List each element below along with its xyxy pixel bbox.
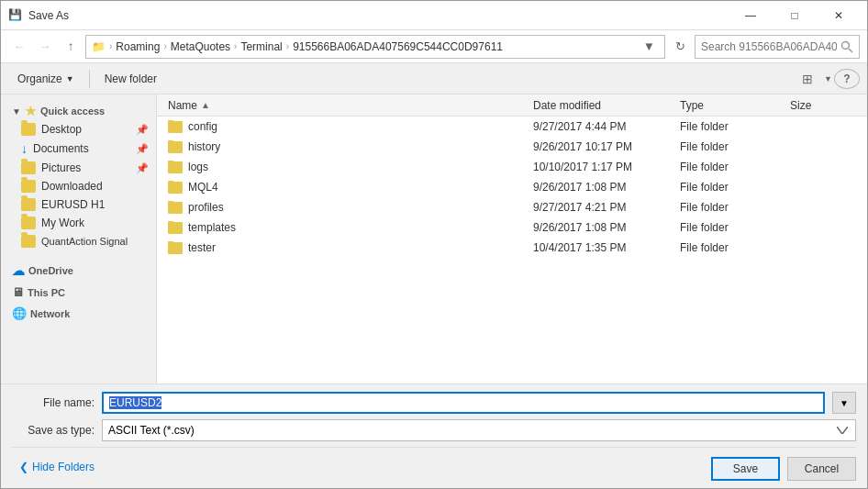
header-type[interactable]: Type <box>676 99 786 112</box>
file-name-cell: config <box>164 120 529 133</box>
cancel-button[interactable]: Cancel <box>787 457 856 481</box>
bottom-panel: File name: ▼ Save as type: ASCII Text (*… <box>1 383 867 488</box>
refresh-button[interactable]: ↻ <box>669 36 691 58</box>
folder-icon <box>168 121 183 133</box>
filename-label: File name: <box>12 396 95 409</box>
file-list-header: Name ▲ Date modified Type Size <box>157 94 867 117</box>
file-type-cell: File folder <box>676 241 786 254</box>
sidebar-section-label: Quick access <box>40 106 105 117</box>
file-type: File folder <box>680 201 729 214</box>
file-name: tester <box>188 241 216 254</box>
sidebar-section-network[interactable]: 🌐 Network <box>1 301 156 322</box>
file-name: templates <box>188 221 236 234</box>
filename-input[interactable] <box>102 392 825 414</box>
table-row[interactable]: logs 10/10/2017 1:17 PM File folder <box>157 157 867 177</box>
header-date[interactable]: Date modified <box>529 99 676 112</box>
file-date-cell: 9/26/2017 10:17 PM <box>529 140 676 153</box>
sidebar-item-documents[interactable]: ↓ Documents 📌 <box>1 139 156 159</box>
table-row[interactable]: profiles 9/27/2017 4:21 PM File folder <box>157 197 867 217</box>
file-name: config <box>188 120 217 133</box>
file-date-cell: 9/27/2017 4:21 PM <box>529 201 676 214</box>
folder-icon <box>21 123 36 136</box>
sidebar-item-label: QuantAction Signal <box>41 236 128 247</box>
path-hash: 915566BA06ADA407569C544CC0D97611 <box>293 40 503 53</box>
file-date: 9/27/2017 4:21 PM <box>533 201 626 214</box>
new-folder-button[interactable]: New folder <box>95 67 166 91</box>
file-type-cell: File folder <box>676 181 786 194</box>
file-name: history <box>188 140 220 153</box>
file-type-cell: File folder <box>676 221 786 234</box>
sidebar-item-downloaded[interactable]: Downloaded <box>1 177 156 195</box>
savetype-select[interactable]: ASCII Text (*.csv)CSV (*.csv)All Files (… <box>102 419 856 441</box>
sort-arrow: ▲ <box>201 100 210 110</box>
sidebar-item-label: Downloaded <box>41 180 103 193</box>
folder-icon <box>21 217 36 229</box>
file-date: 9/26/2017 1:08 PM <box>533 221 626 234</box>
file-date-cell: 10/4/2017 1:35 PM <box>529 241 676 254</box>
onedrive-icon: ☁ <box>12 263 25 278</box>
table-row[interactable]: templates 9/26/2017 1:08 PM File folder <box>157 217 867 238</box>
hide-folders-label: Hide Folders <box>32 461 95 473</box>
bottom-bar: ❮ Hide Folders Save Cancel <box>12 447 856 481</box>
minimize-button[interactable]: — <box>729 1 772 30</box>
sidebar-item-desktop[interactable]: Desktop 📌 <box>1 120 156 139</box>
sidebar-item-pictures[interactable]: Pictures 📌 <box>1 159 156 177</box>
organize-button[interactable]: Organize ▼ <box>8 67 83 91</box>
form-actions: Save Cancel <box>711 457 856 481</box>
close-button[interactable]: ✕ <box>818 1 860 30</box>
address-path[interactable]: 📁 › Roaming › MetaQuotes › Terminal › 91… <box>85 35 665 59</box>
table-row[interactable]: MQL4 9/26/2017 1:08 PM File folder <box>157 177 867 197</box>
sidebar-onedrive-label: OneDrive <box>28 265 73 276</box>
file-date-cell: 9/27/2017 4:44 PM <box>529 120 676 133</box>
folder-icon <box>21 180 36 193</box>
help-button[interactable]: ? <box>834 69 860 89</box>
sidebar-item-label: My Work <box>41 217 84 229</box>
documents-icon: ↓ <box>21 141 28 156</box>
sidebar-section-onedrive[interactable]: ☁ OneDrive <box>1 258 156 280</box>
table-row[interactable]: tester 10/4/2017 1:35 PM File folder <box>157 238 867 258</box>
header-name[interactable]: Name ▲ <box>164 99 529 112</box>
sidebar: ▼ ★ Quick access Desktop 📌 ↓ Documents 📌… <box>1 94 157 383</box>
sidebar-item-quantaction[interactable]: QuantAction Signal <box>1 232 156 250</box>
title-bar-buttons: — □ ✕ <box>729 1 860 30</box>
sidebar-section-thispc[interactable]: 🖥 This PC <box>1 280 156 301</box>
sidebar-section-quick-access[interactable]: ▼ ★ Quick access <box>1 98 156 120</box>
search-input[interactable] <box>695 35 860 59</box>
view-options-button[interactable]: ⊞ <box>793 68 822 90</box>
up-button[interactable]: ↑ <box>60 36 82 58</box>
file-name-cell: history <box>164 140 529 153</box>
file-type: File folder <box>680 120 729 133</box>
file-name-cell: templates <box>164 221 529 234</box>
file-type: File folder <box>680 140 729 153</box>
file-list-container: Name ▲ Date modified Type Size config <box>157 94 867 383</box>
sidebar-item-eurusd[interactable]: EURUSD H1 <box>1 195 156 214</box>
path-terminal: Terminal <box>240 40 282 53</box>
organize-dropdown-icon: ▼ <box>66 74 74 83</box>
save-as-dialog: 💾 Save As — □ ✕ ← → ↑ 📁 › Roaming › Meta… <box>0 0 868 489</box>
path-dropdown-button[interactable]: ▼ <box>640 39 659 53</box>
maximize-button[interactable]: □ <box>773 1 816 30</box>
file-date: 9/26/2017 10:17 PM <box>533 140 632 153</box>
folder-icon <box>168 182 183 194</box>
header-size[interactable]: Size <box>786 99 860 112</box>
filename-dropdown-button[interactable]: ▼ <box>832 392 856 414</box>
folder-icon <box>168 242 183 254</box>
back-button[interactable]: ← <box>8 36 30 58</box>
path-metaquotes: MetaQuotes <box>171 40 230 53</box>
pin-icon: 📌 <box>136 162 149 174</box>
save-button[interactable]: Save <box>711 457 780 481</box>
file-name: MQL4 <box>188 181 218 194</box>
table-row[interactable]: config 9/27/2017 4:44 PM File folder <box>157 117 867 137</box>
network-icon: 🌐 <box>12 306 27 320</box>
table-row[interactable]: history 9/26/2017 10:17 PM File folder <box>157 137 867 157</box>
file-type: File folder <box>680 161 729 173</box>
file-type: File folder <box>680 221 729 234</box>
folder-icon <box>21 198 36 211</box>
organize-label: Organize <box>17 72 62 85</box>
file-name-cell: tester <box>164 241 529 254</box>
new-folder-label: New folder <box>105 72 157 85</box>
forward-button[interactable]: → <box>34 36 56 58</box>
hide-folders-button[interactable]: ❮ Hide Folders <box>12 457 102 477</box>
main-content: ▼ ★ Quick access Desktop 📌 ↓ Documents 📌… <box>1 94 867 383</box>
sidebar-item-mywork[interactable]: My Work <box>1 214 156 232</box>
